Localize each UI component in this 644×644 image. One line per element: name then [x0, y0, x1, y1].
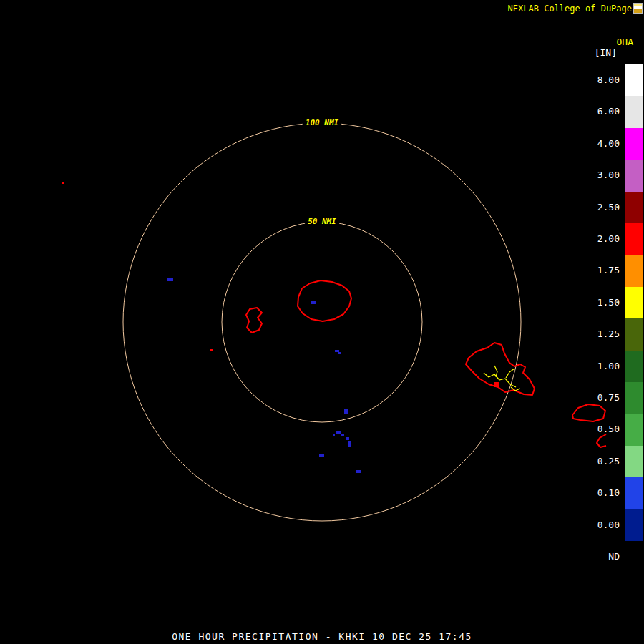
island-outline-oahu — [466, 343, 535, 395]
outer-range-ring — [123, 123, 521, 521]
legend-label-nd: ND — [570, 551, 620, 562]
legend-label: 1.00 — [570, 361, 620, 372]
precip-pixel — [341, 434, 344, 436]
precip-pixel — [344, 409, 348, 414]
legend-label: 0.25 — [570, 456, 620, 467]
precip-pixel — [319, 454, 324, 457]
precip-pixel — [311, 301, 316, 304]
legend-color-segment — [625, 446, 643, 477]
legend-label: 4.00 — [570, 138, 620, 150]
legend-color-segment — [625, 255, 643, 286]
road-line — [484, 373, 516, 387]
legend-color-segment — [625, 509, 643, 541]
legend-label: 2.50 — [570, 202, 620, 213]
legend-color-segment — [625, 64, 643, 96]
legend-color-segment — [625, 477, 643, 509]
inner-range-ring — [222, 222, 422, 422]
precip-pixel — [62, 182, 64, 184]
legend-color-segment — [625, 351, 643, 382]
legend-label: 2.00 — [570, 233, 620, 245]
legend-label: 6.00 — [570, 106, 620, 117]
road-line — [494, 366, 497, 377]
precip-pixel — [333, 434, 335, 436]
legend-color-segment — [625, 223, 643, 255]
units-label: [IN] — [595, 47, 617, 58]
precip-pixel — [346, 437, 349, 440]
legend-color-segment — [625, 318, 643, 350]
legend-color-segment — [625, 128, 643, 160]
credit-text: NEXLAB-College of DuPage — [508, 4, 632, 14]
legend-color-segment — [625, 414, 643, 445]
precip-pixel — [336, 431, 341, 434]
legend-color-segment — [625, 160, 643, 191]
radar-map — [0, 0, 644, 644]
legend-label: 3.00 — [570, 170, 620, 181]
product-caption: ONE HOUR PRECIPITATION - KHKI 10 DEC 25 … — [0, 631, 644, 642]
island-outline-niihau — [246, 308, 262, 333]
legend-label: 0.50 — [570, 424, 620, 435]
island-outline-coast-fragment — [597, 434, 606, 447]
precip-pixel — [210, 349, 213, 351]
legend-color-segment — [625, 287, 643, 318]
inner-ring-label: 50 NMI — [305, 217, 339, 227]
legend-label: 0.00 — [570, 519, 620, 531]
precip-pixel — [335, 350, 339, 352]
legend-label: 1.50 — [570, 297, 620, 308]
cod-logo-icon — [633, 3, 643, 14]
precip-pixel — [494, 382, 499, 387]
legend-color-segment — [625, 192, 643, 223]
precip-pixel — [167, 278, 173, 281]
legend-label: 1.75 — [570, 265, 620, 276]
island-outline-kauai — [298, 280, 351, 321]
legend-label: 0.75 — [570, 392, 620, 404]
legend-label: 8.00 — [570, 74, 620, 86]
legend-label: 0.10 — [570, 487, 620, 499]
legend-color-segment — [625, 96, 643, 127]
radar-screen: 100 NMI 50 NMI NEXLAB-College of DuPage … — [0, 0, 644, 644]
island-outline-molokai-west — [572, 404, 605, 421]
precip-pixel — [348, 441, 351, 447]
precip-pixel — [356, 470, 361, 473]
precip-pixel — [338, 352, 341, 354]
outer-ring-label: 100 NMI — [303, 118, 341, 128]
legend-color-segment — [625, 382, 643, 414]
legend-label: 1.25 — [570, 328, 620, 340]
station-label: OHA — [617, 36, 633, 47]
